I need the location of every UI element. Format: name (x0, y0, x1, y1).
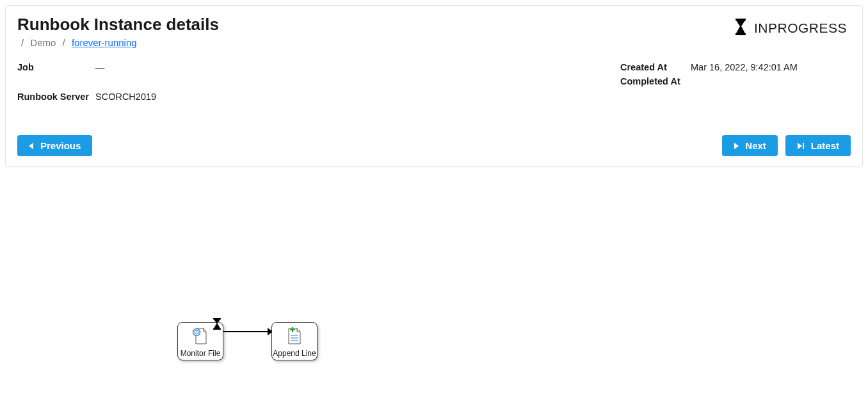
node-label: Monitor File (181, 350, 221, 359)
flow-connector (223, 331, 271, 332)
completed-label: Completed At (620, 76, 691, 86)
monitor-file-icon (191, 323, 210, 350)
button-row-right: Next Latest (722, 135, 851, 156)
svg-rect-0 (735, 19, 746, 20)
status-badge: INPROGRESS (754, 20, 847, 36)
server-row: Runbook Server SCORCH2019 (17, 92, 595, 102)
created-label: Created At (620, 62, 691, 72)
append-line-icon (285, 323, 304, 350)
completed-row: Completed At (620, 76, 851, 86)
previous-button[interactable]: Previous (17, 135, 92, 156)
latest-button[interactable]: Latest (785, 135, 851, 156)
hourglass-icon (734, 19, 748, 38)
node-status-icon (212, 318, 222, 332)
breadcrumb-item-forever-running[interactable]: forever-running (72, 37, 137, 48)
next-label: Next (745, 140, 766, 151)
status-area: INPROGRESS (734, 15, 851, 38)
svg-point-4 (195, 330, 198, 334)
breadcrumb: / Demo / forever-running (17, 37, 734, 48)
created-row: Created At Mar 16, 2022, 9:42:01 AM (620, 62, 851, 72)
latest-label: Latest (811, 140, 839, 151)
server-value: SCORCH2019 (95, 92, 156, 102)
breadcrumb-sep: / (63, 37, 65, 48)
created-value: Mar 16, 2022, 9:42:01 AM (691, 62, 798, 72)
flow-node-append-line[interactable]: Append Line (271, 322, 317, 360)
svg-rect-5 (213, 318, 221, 319)
job-label: Job (17, 62, 95, 72)
breadcrumb-sep: / (21, 37, 24, 48)
right-details: Created At Mar 16, 2022, 9:42:01 AM Comp… (620, 62, 851, 106)
left-details: Job — Runbook Server SCORCH2019 (17, 62, 595, 106)
svg-rect-2 (803, 143, 804, 149)
previous-label: Previous (40, 140, 81, 151)
svg-rect-1 (735, 33, 746, 35)
button-row-left: Previous (17, 135, 92, 156)
next-button[interactable]: Next (722, 135, 778, 156)
node-label: Append Line (273, 350, 316, 359)
diagram-area: Monitor File Append Line (0, 172, 868, 390)
details-panel: Runbook Instance details / Demo / foreve… (5, 5, 863, 167)
caret-right-icon (734, 140, 739, 151)
skip-end-icon (797, 140, 805, 151)
job-row: Job — (17, 62, 595, 72)
header-row: Runbook Instance details / Demo / foreve… (17, 15, 851, 48)
title-area: Runbook Instance details / Demo / foreve… (17, 15, 734, 48)
server-label: Runbook Server (17, 92, 95, 102)
svg-rect-6 (213, 328, 221, 330)
details-grid: Job — Runbook Server SCORCH2019 Created … (17, 62, 851, 106)
job-value: — (95, 62, 105, 72)
caret-left-icon (29, 140, 34, 151)
button-row: Previous Next Latest (17, 135, 851, 156)
breadcrumb-item-demo[interactable]: Demo (30, 37, 56, 48)
page-title: Runbook Instance details (17, 15, 734, 35)
